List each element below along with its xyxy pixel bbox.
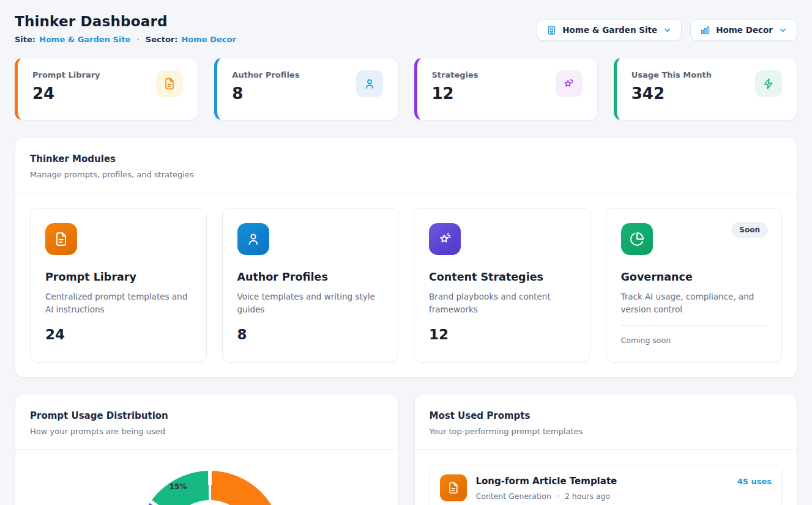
module-title: Author Profiles xyxy=(237,271,384,283)
module-count: 8 xyxy=(237,326,384,347)
bottom-row: Prompt Usage Distribution How your promp… xyxy=(15,394,797,505)
sector-link[interactable]: Home Decor xyxy=(181,35,236,44)
prompt-category: Content Generation xyxy=(476,492,551,501)
usage-chart-subtitle: How your prompts are being used xyxy=(30,427,383,436)
prompt-uses-count: 45 uses xyxy=(737,474,772,486)
user-icon xyxy=(356,70,383,97)
module-card-author-profiles[interactable]: Author Profiles Voice templates and writ… xyxy=(222,208,399,363)
stat-card-strategies[interactable]: Strategies 12 xyxy=(414,57,598,120)
sector-selector-dropdown[interactable]: Home Decor xyxy=(690,19,797,41)
most-used-subtitle: Your top-performing prompt templates xyxy=(430,427,783,436)
prompt-list-item[interactable]: Long-form Article Template Content Gener… xyxy=(430,465,783,505)
file-text-icon xyxy=(45,223,77,255)
modules-section: Thinker Modules Manage prompts, profiles… xyxy=(15,137,797,378)
module-description: Track AI usage, compliance, and version … xyxy=(621,290,767,315)
most-used-header: Most Used Prompts Your top-performing pr… xyxy=(415,394,797,449)
module-card-governance[interactable]: Soon Governance Track AI usage, complian… xyxy=(606,208,783,363)
module-card-content-strategies[interactable]: Content Strategies Brand playbooks and c… xyxy=(414,208,590,363)
stat-card-author-profiles[interactable]: Author Profiles 8 xyxy=(214,57,398,120)
modules-grid: Prompt Library Centralized prompt templa… xyxy=(15,193,797,377)
chevron-down-icon xyxy=(663,26,672,35)
stats-row: Prompt Library 24 Author Profiles 8 Stra… xyxy=(15,57,797,120)
site-selector-label: Home & Garden Site xyxy=(562,25,657,35)
page-title: Thinker Dashboard xyxy=(15,13,236,29)
module-description: Brand playbooks and content frameworks xyxy=(429,290,575,315)
donut-segment-label: 15% xyxy=(166,482,190,491)
modules-header: Thinker Modules Manage prompts, profiles… xyxy=(15,138,797,193)
building-icon xyxy=(546,25,557,35)
module-count: 12 xyxy=(429,326,575,347)
prompt-item-main: Long-form Article Template Content Gener… xyxy=(476,474,728,501)
breadcrumb: Site: Home & Garden Site · Sector: Home … xyxy=(15,35,236,44)
most-used-prompts-card: Most Used Prompts Your top-performing pr… xyxy=(414,394,798,505)
most-used-title: Most Used Prompts xyxy=(430,410,783,421)
coming-soon-text: Coming soon xyxy=(621,326,767,347)
header-titles: Thinker Dashboard Site: Home & Garden Si… xyxy=(15,13,236,44)
divider xyxy=(415,449,797,450)
donut-chart[interactable] xyxy=(138,471,282,505)
prompt-item-meta: Content Generation · 2 hours ago xyxy=(476,492,728,501)
header-selectors: Home & Garden Site Home Decor xyxy=(537,13,797,41)
divider xyxy=(15,449,398,450)
site-label: Site: xyxy=(15,35,35,44)
sector-label: Sector: xyxy=(146,35,178,44)
module-description: Voice templates and writing style guides xyxy=(237,290,384,315)
zap-icon xyxy=(755,70,782,97)
meta-separator: · xyxy=(557,492,559,501)
sector-selector-label: Home Decor xyxy=(716,25,773,35)
stat-card-usage[interactable]: Usage This Month 342 xyxy=(614,57,797,120)
module-count: 24 xyxy=(45,326,192,347)
star-sparkle-icon xyxy=(556,70,583,97)
usage-chart-title: Prompt Usage Distribution xyxy=(30,410,383,421)
soon-badge: Soon xyxy=(731,222,768,238)
pie-chart-icon xyxy=(621,223,653,255)
module-title: Content Strategies xyxy=(429,271,575,283)
star-sparkle-icon xyxy=(429,223,461,255)
module-title: Governance xyxy=(621,271,767,283)
module-description: Centralized prompt templates and AI inst… xyxy=(45,290,192,315)
modules-subtitle: Manage prompts, profiles, and strategies xyxy=(30,170,782,179)
stat-card-prompt-library[interactable]: Prompt Library 24 xyxy=(15,57,198,120)
prompt-item-title: Long-form Article Template xyxy=(476,476,728,487)
site-selector-dropdown[interactable]: Home & Garden Site xyxy=(537,19,682,41)
dashboard-page: Thinker Dashboard Site: Home & Garden Si… xyxy=(0,0,812,505)
prompt-time: 2 hours ago xyxy=(565,492,610,501)
module-title: Prompt Library xyxy=(45,271,192,283)
file-text-icon xyxy=(440,474,467,501)
modules-title: Thinker Modules xyxy=(30,153,782,164)
usage-distribution-card: Prompt Usage Distribution How your promp… xyxy=(15,394,398,505)
page-header: Thinker Dashboard Site: Home & Garden Si… xyxy=(15,13,797,44)
chevron-down-icon xyxy=(778,26,788,35)
module-card-prompt-library[interactable]: Prompt Library Centralized prompt templa… xyxy=(30,208,207,363)
bar-chart-icon xyxy=(700,25,710,35)
site-link[interactable]: Home & Garden Site xyxy=(39,35,130,44)
breadcrumb-separator: · xyxy=(136,35,140,44)
usage-chart-header: Prompt Usage Distribution How your promp… xyxy=(15,394,398,449)
file-text-icon xyxy=(156,70,183,97)
user-icon xyxy=(237,223,269,255)
